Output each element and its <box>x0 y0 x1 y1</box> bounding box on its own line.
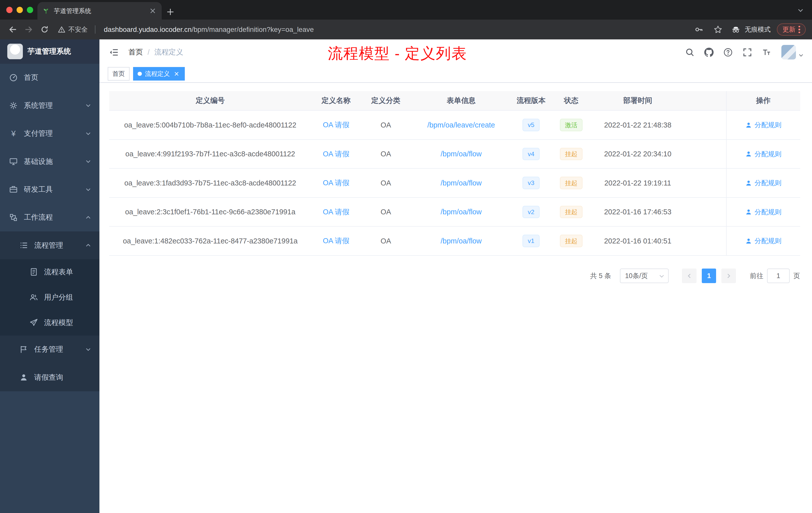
new-tab-button[interactable] <box>167 8 174 16</box>
assign-rule-link[interactable]: 分配规则 <box>745 178 781 187</box>
table-row: oa_leave:4:991f2193-7b7f-11ec-a3c8-acde4… <box>109 140 800 169</box>
tag-close-icon[interactable] <box>173 70 180 78</box>
sidebar-item-user-group[interactable]: 用户分组 <box>0 284 99 310</box>
url-path: /bpm/manager/definition?key=oa_leave <box>192 26 314 33</box>
browser-menu-kebab-icon[interactable] <box>799 26 800 33</box>
app-root: 芋道管理系统 首页 系统管理 ¥ 支付管理 基础设施 研发工具 <box>0 39 812 513</box>
browser-update-button[interactable]: 更新 <box>777 23 806 36</box>
page-size-select[interactable]: 10条/页 <box>620 269 669 283</box>
browser-titlebar: 芋道管理系统 <box>0 0 812 20</box>
sidebar-item-leave-query[interactable]: 请假查询 <box>0 363 99 391</box>
sidebar-item-payment[interactable]: ¥ 支付管理 <box>0 119 99 147</box>
col-header-id: 定义编号 <box>109 91 311 111</box>
col-header-deploy-time: 部署时间 <box>592 91 684 111</box>
form-link[interactable]: /bpm/oa/flow <box>441 179 482 187</box>
breadcrumb-home[interactable]: 首页 <box>128 47 143 57</box>
definition-name-link[interactable]: OA 请假 <box>323 149 349 159</box>
forward-icon[interactable] <box>22 23 35 36</box>
sidebar-item-process-management[interactable]: 流程管理 <box>0 232 99 259</box>
col-header-action: 操作 <box>726 91 800 111</box>
sidebar-item-dev-tools[interactable]: 研发工具 <box>0 175 99 203</box>
form-link[interactable]: /bpm/oa/flow <box>441 237 482 245</box>
definition-name-link[interactable]: OA 请假 <box>323 120 349 130</box>
sidebar-item-label: 支付管理 <box>24 128 53 139</box>
github-icon[interactable] <box>702 45 716 59</box>
definition-table: 定义编号 定义名称 定义分类 表单信息 流程版本 状态 部署时间 操作 oa_l… <box>109 91 800 256</box>
sidebar-item-process-form[interactable]: 流程表单 <box>0 259 99 284</box>
cell-definition-id: oa_leave:4:991f2193-7b7f-11ec-a3c8-acde4… <box>109 140 311 169</box>
person-icon <box>745 209 752 215</box>
sidebar: 芋道管理系统 首页 系统管理 ¥ 支付管理 基础设施 研发工具 <box>0 39 99 513</box>
assign-rule-link[interactable]: 分配规则 <box>745 150 781 159</box>
next-page-button[interactable] <box>721 269 736 283</box>
reload-icon[interactable] <box>38 23 51 36</box>
incognito-badge: 无痕模式 <box>731 24 771 35</box>
sidebar-item-process-model[interactable]: 流程模型 <box>0 310 99 335</box>
cell-deploy-time: 2022-01-22 20:34:10 <box>592 140 684 169</box>
form-link[interactable]: /bpm/oa/leave/create <box>427 121 495 129</box>
font-size-icon[interactable] <box>759 45 774 59</box>
browser-toolbar: 不安全 dashboard.yudao.iocoder.cn/bpm/manag… <box>0 20 812 39</box>
password-key-icon[interactable] <box>693 23 705 36</box>
cell-filler <box>684 140 726 169</box>
tag-label: 流程定义 <box>145 69 170 78</box>
tab-title: 芋道管理系统 <box>54 7 145 15</box>
cell-definition-id: oa_leave:2:3c1f0ef1-76b1-11ec-9c66-a2380… <box>109 198 311 227</box>
search-icon[interactable] <box>683 45 697 59</box>
form-link[interactable]: /bpm/oa/flow <box>441 150 482 158</box>
status-badge: 挂起 <box>560 235 583 247</box>
prev-page-button[interactable] <box>682 269 696 283</box>
definition-name-link[interactable]: OA 请假 <box>323 236 349 246</box>
back-icon[interactable] <box>6 23 19 36</box>
caret-down-icon <box>799 53 804 58</box>
address-bar[interactable]: dashboard.yudao.iocoder.cn/bpm/manager/d… <box>104 26 689 34</box>
tab-close-icon[interactable] <box>149 7 156 14</box>
cell-category: OA <box>361 169 411 198</box>
sidebar-logo[interactable]: 芋道管理系统 <box>0 39 99 64</box>
sidebar-item-system[interactable]: 系统管理 <box>0 92 99 119</box>
users-icon <box>30 293 38 301</box>
incognito-label: 无痕模式 <box>745 25 771 34</box>
hamburger-icon[interactable] <box>108 46 120 59</box>
tab-favicon-seedling-icon <box>42 7 50 14</box>
person-icon <box>745 238 752 244</box>
definition-name-link[interactable]: OA 请假 <box>323 207 349 217</box>
assign-rule-link[interactable]: 分配规则 <box>745 120 781 129</box>
sidebar-item-home[interactable]: 首页 <box>0 64 99 92</box>
assign-rule-link[interactable]: 分配规则 <box>745 236 781 245</box>
warning-triangle-icon <box>58 26 65 33</box>
sidebar-item-task-management[interactable]: 任务管理 <box>0 336 99 363</box>
person-icon <box>745 180 752 186</box>
browser-tab[interactable]: 芋道管理系统 <box>37 2 162 20</box>
minimize-window-button[interactable] <box>17 7 23 13</box>
sidebar-item-label: 用户分组 <box>44 292 73 302</box>
security-indicator[interactable]: 不安全 <box>58 25 88 34</box>
status-badge: 挂起 <box>560 177 583 189</box>
tag-process-definition[interactable]: 流程定义 <box>133 67 185 81</box>
form-link[interactable]: /bpm/oa/flow <box>441 208 482 216</box>
page-number-button[interactable]: 1 <box>702 269 716 283</box>
url-separator <box>95 25 95 34</box>
list-icon <box>20 241 28 249</box>
user-avatar-menu[interactable] <box>781 45 804 59</box>
tag-home[interactable]: 首页 <box>108 67 129 81</box>
sidebar-item-infrastructure[interactable]: 基础设施 <box>0 148 99 175</box>
status-badge: 挂起 <box>560 148 583 160</box>
fullscreen-icon[interactable] <box>740 45 754 59</box>
chevron-down-icon <box>85 103 91 109</box>
assign-rule-link[interactable]: 分配规则 <box>745 208 781 217</box>
col-header-name: 定义名称 <box>311 91 361 111</box>
tab-search-chevron-icon[interactable] <box>798 7 804 13</box>
definition-name-link[interactable]: OA 请假 <box>323 178 349 188</box>
cell-filler <box>684 227 726 256</box>
sidebar-item-label: 研发工具 <box>24 184 53 194</box>
cell-category: OA <box>361 140 411 169</box>
bookmark-star-icon[interactable] <box>712 23 725 36</box>
maximize-window-button[interactable] <box>27 7 33 13</box>
help-question-icon[interactable] <box>721 45 735 59</box>
goto-page-input[interactable] <box>767 269 790 283</box>
sidebar-item-workflow[interactable]: 工作流程 <box>0 204 99 232</box>
incognito-icon <box>731 24 741 35</box>
close-window-button[interactable] <box>6 7 12 13</box>
pagination-total: 共 5 条 <box>590 271 611 280</box>
